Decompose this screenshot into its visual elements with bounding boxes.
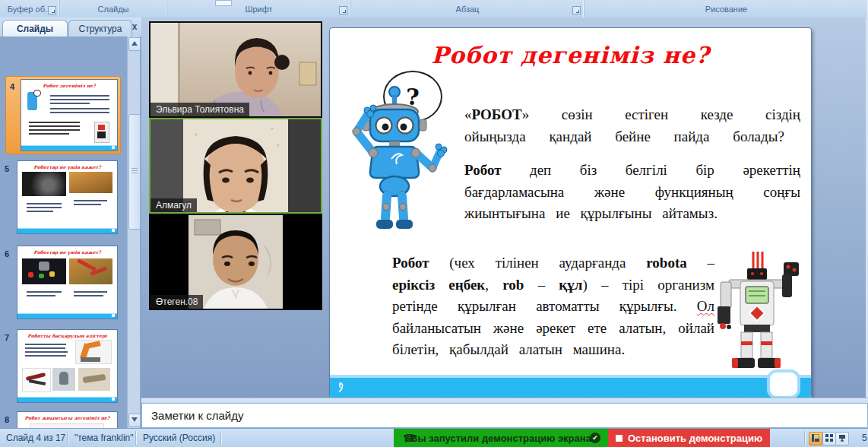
tab-outline[interactable]: Структура — [68, 20, 132, 36]
security-check-icon: ✔ — [590, 433, 600, 443]
thumb-textlines — [24, 201, 65, 212]
cartoon-robot-image[interactable] — [334, 84, 455, 240]
paragraph-robot-question: «РОБОТ» сөзін естіген кезде сіздің ойыңы… — [464, 104, 800, 147]
video-tile-1[interactable]: Эльвира Толиятовна — [149, 21, 322, 118]
tab-outline-label: Структура — [79, 24, 122, 34]
thumbnail-slide-8[interactable]: Робот жиынтығы дегеніміз не? — [17, 411, 118, 428]
thumbnail-title: Робот жиынтығы дегеніміз не? — [17, 415, 117, 420]
thumbnail-slide-5[interactable]: Роботтар не үшін қажет? — [17, 160, 118, 234]
ribbon-group-label: Слайды — [98, 5, 129, 14]
slide-text-frame-top[interactable]: «РОБОТ» сөзін естіген кезде сіздің ойыңы… — [464, 104, 800, 225]
thumb-textlines — [47, 93, 112, 113]
thumbnails-scrollbar[interactable] — [127, 36, 140, 428]
slide-footer-button — [770, 372, 797, 396]
thumb-image-orange-arm — [75, 340, 112, 364]
video-call-overlay: Эльвира Толиятовна Алмагул — [149, 21, 322, 310]
normal-view-button[interactable] — [809, 432, 822, 445]
thumb-image-toy-robot — [22, 258, 66, 284]
tab-slides[interactable]: Слайды — [2, 20, 68, 36]
sharing-message: Вы запустили демонстрацию экрана — [410, 433, 591, 444]
scroll-down-button[interactable] — [128, 414, 141, 427]
video-tile-2-active[interactable]: Алмагул — [149, 118, 322, 214]
thumb-image-factory — [69, 172, 112, 193]
stop-sharing-button[interactable]: Остановить демонстрацию — [608, 429, 770, 447]
slide-title[interactable]: Робот дегеніміз не? — [330, 42, 811, 68]
scroll-up-button[interactable] — [128, 37, 141, 51]
footer-bird-logo-icon — [336, 382, 345, 395]
thumb-image-robot-head — [52, 368, 75, 391]
ribbon-group-label: Рисование — [705, 5, 747, 14]
slide-number: 5 — [5, 164, 9, 173]
ribbon-group-bar: Буфер об... Слайды Шрифт Абзац Рисование — [0, 0, 868, 18]
thumb-image-snake-arm — [22, 368, 51, 392]
stop-icon — [616, 435, 622, 442]
thumbnail-slide-7[interactable]: Роботты басқарудың әдістері — [17, 329, 118, 403]
ribbon-group-font[interactable]: Шрифт — [167, 0, 351, 17]
status-theme[interactable]: "тема franklin" — [74, 433, 134, 443]
slide-canvas[interactable]: Робот дегеніміз не? ? — [329, 27, 812, 399]
slide-thumbnails-pane: 4 Робот дегеніміз не? 5 Роботтар не үшін… — [0, 36, 141, 428]
thumbnail-title: Роботтар не үшін қажет? — [17, 249, 117, 255]
ribbon-group-label: Буфер об... — [8, 5, 52, 14]
slide-footer-bar — [330, 375, 811, 398]
participant-name: Эльвира Толиятовна — [150, 103, 249, 116]
thumb-bubble — [33, 90, 41, 97]
thumbnail-title: Роботты басқарудың әдістері — [17, 333, 117, 338]
dialog-launcher-icon[interactable] — [48, 6, 56, 14]
thumb-textlines — [71, 289, 110, 296]
video-tile-3[interactable]: Өтеген.08 — [149, 214, 322, 310]
status-bar: Слайд 4 из 17 "тема franklin" Русский (Р… — [0, 428, 868, 447]
scrollbar-thumb[interactable] — [128, 114, 141, 230]
thumb-footer-bar — [21, 145, 117, 151]
thumb-bullet-lines — [22, 341, 69, 357]
thumb-footer-bar — [17, 397, 117, 402]
thumb-footer-bar — [17, 313, 117, 319]
paragraph-robot-definition: Робот деп біз белгілі бір әрекеттің бағд… — [464, 160, 800, 225]
notes-placeholder: Заметки к слайду — [151, 409, 244, 422]
thumb-image-beige-arm — [78, 368, 110, 391]
notes-panel[interactable]: Заметки к слайду — [141, 403, 868, 428]
ribbon-group-drawing[interactable]: Рисование — [584, 0, 868, 17]
thumb-footer-bar — [17, 228, 117, 233]
ribbon-group-slides[interactable]: Слайды — [60, 0, 167, 17]
phone-icon: ☎ — [403, 432, 416, 444]
ribbon-group-label: Шрифт — [245, 5, 272, 14]
paragraph-robot-etymology: Робот (чех тілінен аударғанда robota – е… — [392, 252, 714, 361]
thumbnail-slide-6[interactable]: Роботтар не үшін қажет? — [17, 246, 118, 319]
thumb-image-robot-arms — [69, 258, 112, 284]
lego-robot-image[interactable] — [708, 252, 808, 375]
thumb-image-miner — [22, 172, 66, 196]
ribbon-group-clipboard[interactable]: Буфер об... — [0, 0, 60, 17]
dialog-launcher-icon[interactable] — [572, 6, 581, 14]
ribbon-clipped-control — [215, 0, 232, 6]
slide-number: 4 — [10, 82, 14, 91]
ribbon-group-label: Абзац — [456, 5, 480, 14]
slide-number: 7 — [5, 333, 9, 342]
participant-name: Өтеген.08 — [150, 295, 203, 309]
ribbon-group-paragraph[interactable]: Абзац — [351, 0, 584, 17]
thumb-textlines — [24, 289, 65, 296]
status-language[interactable]: Русский (Россия) — [143, 433, 215, 443]
participant-name: Алмагул — [150, 198, 197, 212]
stop-sharing-label: Остановить демонстрацию — [628, 433, 762, 444]
thumb-lego-robot — [94, 122, 109, 143]
slide-number: 6 — [5, 249, 9, 258]
slides-outline-tabrow: Слайды Структура x — [0, 17, 144, 37]
tab-slides-label: Слайды — [17, 24, 53, 34]
slideshow-view-button[interactable] — [835, 432, 849, 445]
dialog-launcher-icon[interactable] — [339, 6, 347, 14]
status-slide-number: Слайд 4 из 17 — [6, 433, 65, 443]
slide-text-frame-bottom[interactable]: Робот (чех тілінен аударғанда robota – е… — [392, 252, 714, 361]
slide-sorter-view-button[interactable] — [822, 432, 836, 445]
thumbnail-title: Роботтар не үшін қажет? — [17, 164, 117, 170]
zoom-sharing-banner: ☎ Вы запустили демонстрацию экрана ✔ — [394, 429, 608, 447]
slide-number: 8 — [5, 415, 9, 424]
thumbnail-slide-4[interactable]: Робот дегеніміз не? — [21, 79, 118, 151]
zoom-level[interactable]: 5 — [862, 433, 867, 443]
thumb-textlines — [26, 119, 83, 135]
close-pane-button[interactable]: x — [129, 21, 140, 33]
thumbnail-title: Робот дегеніміз не? — [21, 83, 117, 88]
thumb-textlines — [71, 198, 110, 205]
